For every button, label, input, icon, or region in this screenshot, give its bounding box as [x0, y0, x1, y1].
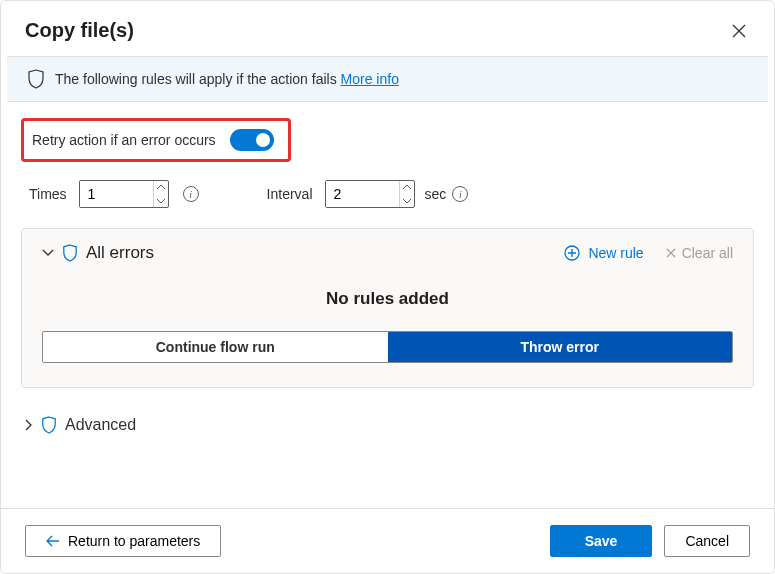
- interval-input[interactable]: [326, 181, 399, 207]
- rules-header-left[interactable]: All errors: [42, 243, 154, 263]
- interval-increment[interactable]: [400, 181, 414, 194]
- rules-header-right: New rule Clear all: [564, 245, 733, 261]
- interval-spinner: [325, 180, 415, 208]
- shield-icon: [62, 244, 78, 262]
- return-to-parameters-button[interactable]: Return to parameters: [25, 525, 221, 557]
- times-decrement[interactable]: [154, 194, 168, 207]
- retry-params-row: Times i Interval sec i: [21, 180, 754, 208]
- throw-error-option[interactable]: Throw error: [388, 332, 733, 362]
- new-rule-button[interactable]: New rule: [564, 245, 643, 261]
- dialog-content: Retry action if an error occurs Times i …: [1, 102, 774, 508]
- new-rule-label: New rule: [588, 245, 643, 261]
- all-errors-panel: All errors New rule Clear all No rules a…: [21, 228, 754, 388]
- arrow-left-icon: [46, 535, 60, 547]
- chevron-down-icon: [403, 198, 411, 203]
- info-banner: The following rules will apply if the ac…: [7, 56, 768, 102]
- footer-right: Save Cancel: [550, 525, 750, 557]
- interval-info-icon[interactable]: i: [452, 186, 468, 202]
- dialog-header: Copy file(s): [1, 1, 774, 56]
- times-label: Times: [29, 186, 67, 202]
- advanced-section-toggle[interactable]: Advanced: [25, 416, 754, 434]
- interval-decrement[interactable]: [400, 194, 414, 207]
- shield-icon: [41, 416, 57, 434]
- advanced-label: Advanced: [65, 416, 136, 434]
- close-button[interactable]: [728, 20, 750, 42]
- rules-header: All errors New rule Clear all: [42, 243, 733, 263]
- plus-circle-icon: [564, 245, 580, 261]
- interval-spinner-buttons: [399, 181, 414, 207]
- continue-flow-run-option[interactable]: Continue flow run: [43, 332, 388, 362]
- times-spinner-buttons: [153, 181, 168, 207]
- clear-all-button: Clear all: [666, 245, 733, 261]
- chevron-right-icon: [25, 419, 33, 431]
- clear-all-label: Clear all: [682, 245, 733, 261]
- rule-action-toggle: Continue flow run Throw error: [42, 331, 733, 363]
- all-errors-title: All errors: [86, 243, 154, 263]
- more-info-link[interactable]: More info: [341, 71, 399, 87]
- dialog-footer: Return to parameters Save Cancel: [1, 508, 774, 573]
- times-spinner: [79, 180, 169, 208]
- chevron-down-icon: [157, 198, 165, 203]
- banner-text: The following rules will apply if the ac…: [55, 71, 399, 87]
- times-input[interactable]: [80, 181, 153, 207]
- retry-label: Retry action if an error occurs: [32, 132, 216, 148]
- chevron-up-icon: [403, 185, 411, 190]
- return-label: Return to parameters: [68, 533, 200, 549]
- copy-files-dialog: Copy file(s) The following rules will ap…: [0, 0, 775, 574]
- save-button[interactable]: Save: [550, 525, 653, 557]
- interval-unit: sec: [425, 186, 447, 202]
- close-icon: [732, 24, 746, 38]
- banner-text-content: The following rules will apply if the ac…: [55, 71, 341, 87]
- times-info-icon[interactable]: i: [183, 186, 199, 202]
- times-increment[interactable]: [154, 181, 168, 194]
- retry-toggle-row: Retry action if an error occurs: [21, 118, 291, 162]
- close-icon: [666, 248, 676, 258]
- dialog-title: Copy file(s): [25, 19, 134, 42]
- no-rules-text: No rules added: [42, 289, 733, 309]
- chevron-down-icon: [42, 249, 54, 257]
- retry-toggle[interactable]: [230, 129, 274, 151]
- interval-label: Interval: [267, 186, 313, 202]
- cancel-button[interactable]: Cancel: [664, 525, 750, 557]
- shield-icon: [27, 69, 45, 89]
- chevron-up-icon: [157, 185, 165, 190]
